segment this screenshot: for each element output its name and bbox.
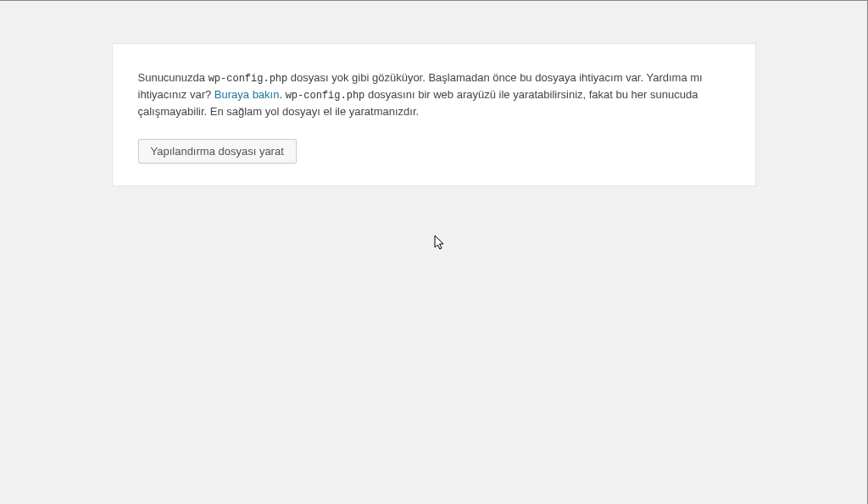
setup-card: Sunucunuzda wp-config.php dosyası yok gi…	[112, 43, 756, 186]
config-filename-2: wp-config.php	[286, 90, 365, 102]
message-part-3: .	[279, 88, 285, 101]
cursor-icon	[434, 235, 446, 251]
setup-message: Sunucunuzda wp-config.php dosyası yok gi…	[138, 69, 730, 120]
create-config-button[interactable]: Yapılandırma dosyası yarat	[138, 139, 297, 163]
help-link[interactable]: Buraya bakın	[214, 88, 280, 101]
message-part-1: Sunucunuzda	[138, 71, 209, 84]
config-filename-1: wp-config.php	[209, 73, 288, 85]
